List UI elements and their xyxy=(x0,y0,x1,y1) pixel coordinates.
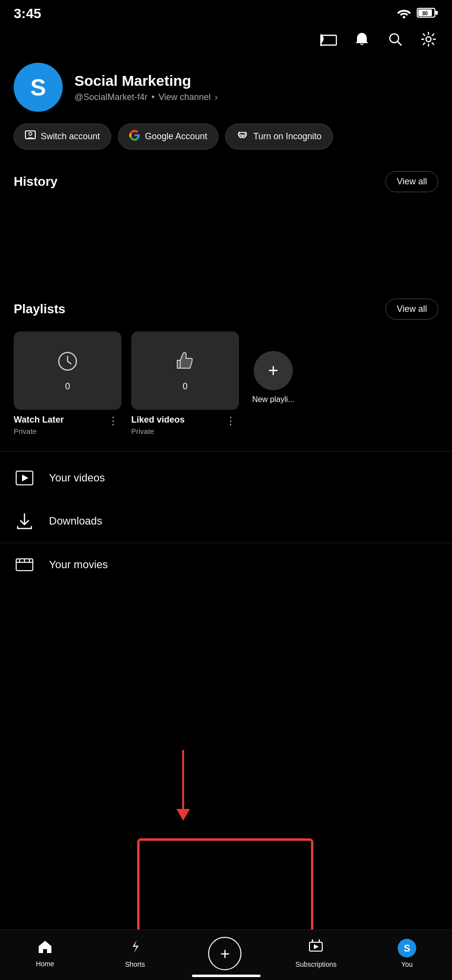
nav-subscriptions[interactable]: Subscriptions xyxy=(295,939,336,968)
playlist-liked-videos[interactable]: 0 Liked videos Private ⋮ xyxy=(131,331,239,435)
watch-later-privacy: Private xyxy=(14,427,64,435)
svg-point-6 xyxy=(320,44,322,47)
your-movies-item[interactable]: Your movies xyxy=(0,543,452,586)
nav-add[interactable]: + xyxy=(205,937,244,970)
liked-videos-thumbnail: 0 xyxy=(131,331,239,410)
watch-later-info: Watch Later Private ⋮ xyxy=(14,415,121,435)
subscriptions-icon xyxy=(309,939,323,957)
playlists-title: Playlists xyxy=(14,302,66,317)
watch-later-count: 0 xyxy=(65,381,70,392)
switch-account-button[interactable]: Switch account xyxy=(14,124,111,150)
turn-on-incognito-button[interactable]: Turn on Incognito xyxy=(225,124,333,150)
switch-account-icon xyxy=(25,130,36,143)
liked-videos-info: Liked videos Private ⋮ xyxy=(131,415,239,435)
playlists-scroll: 0 Watch Later Private ⋮ 0 xyxy=(0,326,452,441)
svg-line-8 xyxy=(398,42,402,46)
download-icon xyxy=(14,510,35,532)
svg-point-11 xyxy=(29,132,32,135)
notifications-button[interactable] xyxy=(352,29,372,49)
nav-shorts-label: Shorts xyxy=(125,960,144,968)
playlists-header: Playlists View all xyxy=(0,291,452,326)
playlist-watch-later[interactable]: 0 Watch Later Private ⋮ xyxy=(14,331,121,435)
liked-videos-name: Liked videos xyxy=(131,415,185,425)
playlists-section: Playlists View all 0 Watch Later Private xyxy=(0,291,452,451)
history-header: History View all xyxy=(0,163,452,198)
liked-videos-privacy: Private xyxy=(131,427,185,435)
history-title: History xyxy=(14,174,58,189)
downloads-label: Downloads xyxy=(49,515,102,528)
svg-point-15 xyxy=(240,136,241,137)
history-view-all-button[interactable]: View all xyxy=(385,171,438,192)
annotation-red-box xyxy=(137,838,313,936)
new-playlist-label: New playli... xyxy=(252,395,294,404)
history-section: History View all xyxy=(0,163,452,291)
google-account-button[interactable]: Google Account xyxy=(118,124,218,150)
playlists-view-all-button[interactable]: View all xyxy=(385,299,438,320)
clock-icon xyxy=(56,350,79,377)
google-icon xyxy=(129,130,140,143)
watch-later-name: Watch Later xyxy=(14,415,64,425)
profile-info: Social Marketing @SocialMarket-f4r • Vie… xyxy=(74,73,217,102)
watch-later-more-button[interactable]: ⋮ xyxy=(105,415,121,427)
thumbs-up-icon xyxy=(173,350,197,377)
your-movies-label: Your movies xyxy=(49,558,108,571)
incognito-icon xyxy=(237,130,248,143)
top-action-bar xyxy=(0,25,452,53)
battery-icon: 80 xyxy=(417,7,438,20)
nav-add-button[interactable]: + xyxy=(208,937,241,970)
menu-section: Your videos Downloads Your movies xyxy=(0,452,452,591)
nav-you-label: You xyxy=(401,960,413,968)
nav-shorts[interactable]: Shorts xyxy=(116,939,155,968)
turn-on-incognito-label: Turn on Incognito xyxy=(253,131,321,142)
status-icons: 80 xyxy=(396,7,438,21)
nav-home[interactable]: Home xyxy=(25,940,65,968)
profile-section: S Social Marketing @SocialMarket-f4r • V… xyxy=(0,53,452,124)
search-button[interactable] xyxy=(385,29,405,49)
new-playlist-icon: + xyxy=(254,351,293,390)
svg-point-9 xyxy=(426,37,431,42)
wifi-icon xyxy=(396,7,412,21)
your-videos-item[interactable]: Your videos xyxy=(0,456,452,500)
svg-rect-2 xyxy=(435,11,438,15)
svg-point-0 xyxy=(403,16,405,19)
new-playlist-card[interactable]: + New playli... xyxy=(249,331,298,435)
svg-text:80: 80 xyxy=(422,11,428,16)
liked-videos-more-button[interactable]: ⋮ xyxy=(222,415,239,427)
view-channel-link[interactable]: View channel xyxy=(159,92,211,102)
nav-you-avatar: S xyxy=(398,939,416,957)
bottom-nav: Home Shorts + Subscriptions S You xyxy=(0,930,452,980)
switch-account-label: Switch account xyxy=(41,131,100,142)
watch-later-thumbnail: 0 xyxy=(14,331,121,410)
nav-subscriptions-label: Subscriptions xyxy=(295,960,336,968)
nav-you[interactable]: S You xyxy=(387,939,427,968)
liked-videos-count: 0 xyxy=(183,381,188,392)
svg-marker-26 xyxy=(314,944,319,949)
svg-point-16 xyxy=(243,136,244,137)
home-icon xyxy=(38,940,52,957)
svg-marker-19 xyxy=(22,475,28,481)
status-bar: 3:45 80 xyxy=(0,0,452,25)
profile-handle: @SocialMarket-f4r • View channel › xyxy=(74,92,217,102)
home-indicator xyxy=(192,975,261,977)
your-videos-label: Your videos xyxy=(49,472,105,484)
cast-button[interactable] xyxy=(319,29,338,49)
play-icon xyxy=(14,467,35,489)
nav-home-label: Home xyxy=(36,960,54,968)
movies-icon xyxy=(14,554,35,576)
account-actions: Switch account Google Account Tur xyxy=(0,124,452,163)
status-time: 3:45 xyxy=(14,6,41,22)
annotation-arrow xyxy=(176,750,190,821)
profile-name: Social Marketing xyxy=(74,73,217,89)
settings-button[interactable] xyxy=(419,29,438,49)
avatar: S xyxy=(14,63,63,112)
downloads-item[interactable]: Downloads xyxy=(0,500,452,543)
google-account-label: Google Account xyxy=(145,131,207,142)
shorts-icon xyxy=(128,939,143,957)
